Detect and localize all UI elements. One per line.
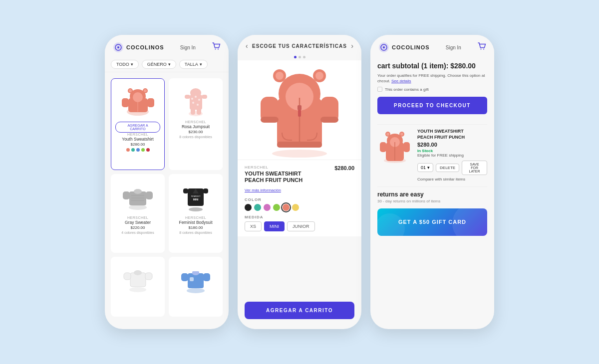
- color-dot[interactable]: [141, 148, 145, 152]
- cart-divider-1: [377, 124, 487, 125]
- gift-checkbox[interactable]: [377, 87, 382, 92]
- returns-section: returns are easy 30 - day returns on mil…: [377, 191, 487, 203]
- product-name-2: Rosa Jumpsuit: [182, 124, 210, 129]
- product-availability-2: 8 colores disponibles: [179, 135, 212, 139]
- product-img-3: [118, 178, 158, 213]
- color-dot[interactable]: [126, 148, 130, 152]
- color-option-peach[interactable]: [283, 204, 290, 211]
- gift-label: This order contains a gift: [385, 87, 429, 92]
- dot-2[interactable]: [299, 56, 301, 58]
- product-name-3: Gray Sweater: [125, 220, 151, 225]
- size-label: MEDIDA: [245, 215, 354, 219]
- add-to-cart-btn-1[interactable]: AGREGAR A CARRITO: [115, 122, 160, 133]
- size-xs[interactable]: XS: [245, 221, 262, 231]
- brand-logo-3: COCOLINOS: [378, 42, 430, 53]
- save-for-later-button[interactable]: SAVE FOR LATER: [462, 161, 487, 175]
- color-option-teal[interactable]: [254, 204, 261, 211]
- dot-1[interactable]: [294, 56, 297, 58]
- phone-detail: ‹ ESCOGE TUS CARACTERÍSTICAS ›: [238, 35, 361, 329]
- color-option-black[interactable]: [245, 204, 252, 211]
- svg-rect-69: [298, 105, 301, 110]
- svg-text:FEMINIST: FEMINIST: [191, 195, 201, 197]
- detail-price: $280.00: [334, 165, 354, 171]
- detail-header: ‹ ESCOGE TUS CARACTERÍSTICAS ›: [238, 35, 361, 54]
- add-to-cart-main-btn[interactable]: AGREGAR A CARRITO: [245, 302, 354, 319]
- svg-point-43: [129, 287, 146, 292]
- svg-rect-32: [146, 191, 153, 199]
- cart-header: COCOLINOS Sign In: [370, 35, 494, 57]
- dot-3[interactable]: [303, 56, 305, 58]
- product-name-4: Feminist Bodysuit: [179, 220, 212, 225]
- svg-rect-47: [145, 273, 152, 280]
- color-dot[interactable]: [131, 148, 135, 152]
- product-main-image: [238, 60, 361, 160]
- cart-icon-1: [212, 42, 221, 51]
- svg-rect-26: [185, 95, 190, 99]
- gift-card-banner[interactable]: GET A $50 GIFT CARD: [377, 208, 487, 236]
- product-card-6[interactable]: [169, 257, 223, 317]
- color-option-green[interactable]: [273, 204, 280, 211]
- cart-icon-wrap-1[interactable]: [212, 42, 221, 53]
- product-price-4: $180.00: [189, 225, 203, 230]
- color-dot[interactable]: [146, 148, 150, 152]
- free-shipping-text: Your order qualifies for FREE shipping. …: [377, 73, 487, 84]
- filter-todo[interactable]: TODO ▾: [111, 60, 139, 69]
- svg-point-75: [483, 49, 484, 50]
- size-options: XS MINI JUNIOR: [245, 221, 354, 231]
- sign-in-link-3[interactable]: Sign In: [446, 45, 461, 50]
- quantity-selector[interactable]: 01 ▾: [417, 163, 433, 172]
- svg-point-11: [129, 89, 132, 92]
- listing-header: COCOLINOS Sign In: [105, 35, 229, 57]
- delete-button[interactable]: DELETE: [436, 164, 459, 172]
- color-option-yellow[interactable]: [292, 204, 299, 211]
- product-brand-4: HERSCHEL: [185, 216, 206, 219]
- filter-genero[interactable]: GÉNERO ▾: [142, 60, 176, 69]
- see-details-link[interactable]: See details: [391, 79, 411, 83]
- svg-rect-65: [261, 117, 279, 123]
- cart-item-name: YOUTH SWEATSHIRT PEACH FRUIT PUNCH: [417, 129, 487, 140]
- color-dot[interactable]: [136, 148, 140, 152]
- svg-point-22: [192, 102, 194, 104]
- svg-point-28: [129, 205, 147, 210]
- color-label: COLOR: [245, 197, 354, 202]
- svg-rect-14: [147, 98, 154, 107]
- product-availability-3: 4 colores disponibles: [121, 231, 154, 234]
- compare-link[interactable]: Compare with similar items: [417, 177, 487, 182]
- svg-rect-52: [181, 273, 188, 281]
- product-name-1: Youth Sweatshirt: [122, 137, 153, 142]
- filter-talla[interactable]: TALLA ▾: [179, 60, 208, 69]
- svg-rect-53: [203, 273, 210, 281]
- svg-point-55: [272, 150, 327, 158]
- size-mini[interactable]: MINI: [264, 221, 285, 231]
- product-card-4[interactable]: MINI FEMINIST HERSCHEL Feminist Bodysuit…: [169, 174, 223, 252]
- white-tee-img: [122, 264, 154, 293]
- brand-name-3: COCOLINOS: [392, 44, 430, 50]
- brand-name-1: COCOLINOS: [126, 44, 164, 50]
- svg-point-83: [400, 133, 403, 136]
- detail-more-info-link[interactable]: Ver más información: [245, 188, 281, 192]
- color-option-pink[interactable]: [264, 204, 271, 211]
- sign-in-link-1[interactable]: Sign In: [180, 45, 196, 50]
- product-brand-3: HERSCHEL: [127, 216, 148, 219]
- svg-rect-51: [190, 277, 194, 281]
- svg-rect-31: [123, 191, 130, 199]
- product-colors-1: [126, 148, 150, 152]
- detail-brand-price: HERSCHEL YOUTH SWEATSHIRT PEACH FRUIT PU…: [245, 165, 354, 184]
- back-arrow[interactable]: ‹: [246, 42, 248, 50]
- product-card-3[interactable]: HERSCHEL Gray Sweater $220.00 4 colores …: [111, 174, 165, 252]
- product-price-2: $230.00: [189, 130, 203, 134]
- product-card-5[interactable]: [111, 257, 165, 317]
- svg-point-12: [144, 89, 147, 92]
- cocolinos-logo-icon: [113, 42, 124, 53]
- phone-cart: COCOLINOS Sign In cart subtotal (1 item)…: [370, 35, 494, 329]
- svg-rect-70: [298, 110, 301, 117]
- forward-arrow[interactable]: ›: [351, 42, 353, 50]
- svg-point-2: [117, 46, 119, 48]
- checkout-button[interactable]: PROCEED TO CHECKOUT: [377, 97, 487, 114]
- cart-icon-wrap-3[interactable]: [477, 42, 486, 53]
- product-card-1[interactable]: AGREGAR A CARRITO HERSCHEL Youth Sweatsh…: [111, 78, 165, 170]
- svg-point-74: [480, 49, 481, 50]
- product-card-2[interactable]: HERSCHEL Rosa Jumpsuit $230.00 8 colores…: [169, 78, 223, 170]
- svg-point-19: [191, 98, 193, 100]
- size-junior[interactable]: JUNIOR: [287, 221, 315, 231]
